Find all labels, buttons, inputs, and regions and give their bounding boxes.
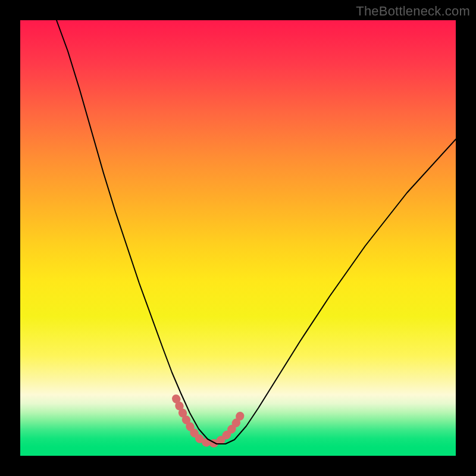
watermark-text: TheBottleneck.com: [356, 4, 470, 19]
plot-area: [20, 20, 456, 456]
curve-layer: [20, 20, 456, 456]
chart-frame: TheBottleneck.com: [0, 0, 476, 476]
main-curve: [57, 20, 456, 444]
